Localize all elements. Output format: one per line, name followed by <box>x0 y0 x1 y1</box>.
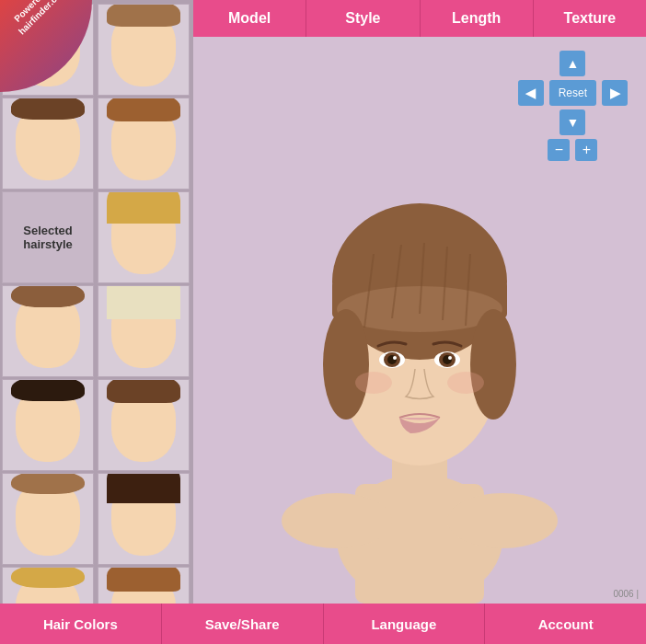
svg-point-3 <box>447 493 558 548</box>
bottom-nav-language[interactable]: Language <box>324 604 486 644</box>
nav-left-button[interactable]: ◀ <box>518 80 544 106</box>
svg-point-24 <box>355 372 392 394</box>
hairstyle-item-8[interactable] <box>98 285 190 377</box>
bottom-nav-account[interactable]: Account <box>485 604 646 644</box>
bottom-nav-hair-colors[interactable]: Hair Colors <box>0 604 162 644</box>
hairstyle-item-2[interactable] <box>98 4 190 96</box>
top-nav: Model Style Length Texture <box>193 0 646 37</box>
nav-right-button[interactable]: ▶ <box>602 80 628 106</box>
hairstyle-item-6[interactable] <box>98 191 190 283</box>
nav-up-button[interactable]: ▲ <box>559 51 585 76</box>
tab-style[interactable]: Style <box>306 0 420 37</box>
zoom-in-button[interactable]: + <box>575 139 597 161</box>
tab-model[interactable]: Model <box>193 0 306 37</box>
tab-length[interactable]: Length <box>421 0 534 37</box>
hairstyle-selected-label: Selected hairstyle <box>2 191 94 283</box>
hairstyle-item-9[interactable] <box>2 379 94 471</box>
bottom-nav: Hair Colors Save/Share Language Account <box>0 604 646 644</box>
nav-controls: ▲ ◀ Reset ▶ ▼ − + <box>518 51 628 161</box>
main-area: ▲ ◀ Reset ▶ ▼ − + <box>193 37 646 604</box>
reset-button[interactable]: Reset <box>549 80 596 106</box>
hairstyle-item-11[interactable] <box>2 473 94 565</box>
logo-text: Powered by hairfinder.com <box>7 0 69 37</box>
hairstyle-item-10[interactable] <box>98 379 190 471</box>
hairstyle-item-7[interactable] <box>2 285 94 377</box>
svg-point-23 <box>448 356 452 360</box>
nav-down-button[interactable]: ▼ <box>559 109 585 135</box>
bottom-nav-save-share[interactable]: Save/Share <box>162 604 324 644</box>
hairstyle-item-3[interactable] <box>2 98 94 190</box>
hairstyle-grid: Selected hairstyle <box>0 2 193 604</box>
hairstyle-item-12[interactable] <box>98 473 190 565</box>
hairstyle-item-13[interactable] <box>2 567 94 604</box>
hairstyle-item-4[interactable] <box>98 98 190 190</box>
svg-point-25 <box>447 372 484 394</box>
model-svg <box>282 98 558 604</box>
svg-point-19 <box>393 356 397 360</box>
svg-point-9 <box>323 309 369 420</box>
hairstyle-item-14[interactable] <box>98 567 190 604</box>
tab-texture[interactable]: Texture <box>534 0 646 37</box>
sidebar: Selected hairstyle <box>0 0 193 604</box>
watermark: 0006 | <box>613 589 639 599</box>
zoom-out-button[interactable]: − <box>548 139 570 161</box>
svg-point-2 <box>282 493 392 548</box>
svg-point-10 <box>470 309 516 420</box>
